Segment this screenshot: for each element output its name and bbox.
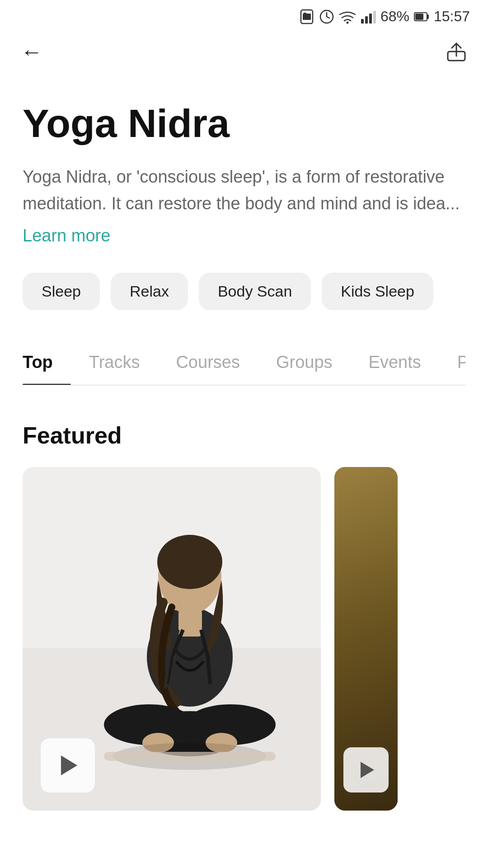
sim-icon xyxy=(299,9,314,24)
svg-rect-2 xyxy=(304,13,306,14)
status-bar: 68% 15:57 xyxy=(0,0,488,29)
tag-kids-sleep[interactable]: Kids Sleep xyxy=(322,273,433,310)
secondary-card-bg xyxy=(334,467,398,811)
tab-tracks[interactable]: Tracks xyxy=(71,342,158,385)
featured-title: Featured xyxy=(23,422,465,449)
header-nav: ← xyxy=(0,29,488,75)
svg-rect-9 xyxy=(369,14,372,24)
tab-play[interactable]: Play xyxy=(439,342,465,385)
featured-card-secondary[interactable] xyxy=(334,467,398,811)
featured-cards xyxy=(23,467,465,811)
svg-rect-10 xyxy=(373,11,376,24)
tags-container: Sleep Relax Body Scan Kids Sleep xyxy=(23,273,465,310)
featured-card-main[interactable] xyxy=(23,467,321,811)
page-title: Yoga Nidra xyxy=(23,102,465,146)
svg-rect-8 xyxy=(365,16,368,24)
play-button-secondary[interactable] xyxy=(343,747,389,793)
card-image-bg xyxy=(23,467,321,811)
time-display: 15:57 xyxy=(434,8,470,25)
status-icons: 68% 15:57 xyxy=(299,8,470,25)
svg-rect-12 xyxy=(427,14,429,19)
share-button[interactable] xyxy=(443,38,470,66)
svg-point-6 xyxy=(346,21,348,24)
learn-more-link[interactable]: Learn more xyxy=(23,226,110,245)
play-triangle-icon xyxy=(61,755,77,775)
main-content: Yoga Nidra Yoga Nidra, or 'conscious sle… xyxy=(0,75,488,386)
share-icon xyxy=(446,42,467,62)
svg-point-20 xyxy=(157,535,222,589)
tag-body-scan[interactable]: Body Scan xyxy=(199,273,311,310)
signal-icon xyxy=(361,9,376,24)
page-description: Yoga Nidra, or 'conscious sleep', is a f… xyxy=(23,164,465,217)
back-button[interactable]: ← xyxy=(18,38,45,66)
play-triangle-icon-sm xyxy=(361,762,374,778)
play-button-main[interactable] xyxy=(41,738,95,793)
battery-icon xyxy=(414,9,429,24)
svg-line-5 xyxy=(327,17,329,18)
featured-section: Featured xyxy=(0,422,488,811)
back-arrow-icon: ← xyxy=(21,41,42,63)
svg-rect-28 xyxy=(104,752,276,761)
tag-relax[interactable]: Relax xyxy=(111,273,188,310)
tab-groups[interactable]: Groups xyxy=(258,342,351,385)
tag-sleep[interactable]: Sleep xyxy=(23,273,100,310)
tabs-container: Top Tracks Courses Groups Events Play xyxy=(23,342,465,386)
clock-icon xyxy=(319,9,334,24)
battery-percent: 68% xyxy=(380,8,409,25)
tab-top[interactable]: Top xyxy=(23,342,71,385)
svg-rect-13 xyxy=(415,14,423,20)
wifi-icon xyxy=(339,9,356,24)
svg-rect-1 xyxy=(303,14,311,20)
tab-events[interactable]: Events xyxy=(351,342,439,385)
svg-rect-7 xyxy=(361,19,364,24)
tab-courses[interactable]: Courses xyxy=(158,342,258,385)
